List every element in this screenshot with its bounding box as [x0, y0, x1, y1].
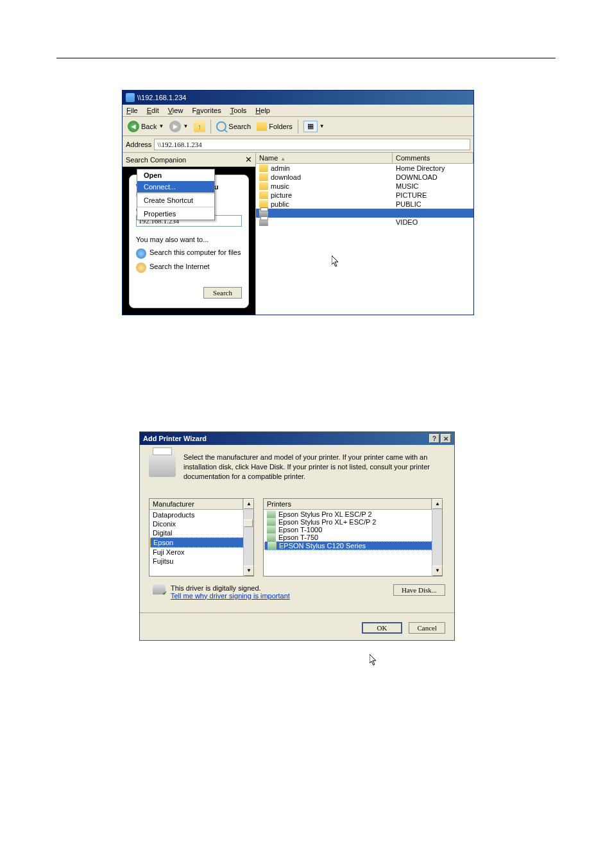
context-separator	[137, 193, 214, 194]
list-item-selected[interactable]: EPSON Stylus C120 Series	[264, 541, 441, 550]
signed-text: This driver is digitally signed.	[171, 584, 290, 592]
list-item[interactable]: VIDEO	[256, 218, 473, 227]
printer-driver-icon	[267, 534, 276, 541]
views-button[interactable]: ▦▼	[302, 120, 327, 133]
menu-tools[interactable]: Tools	[230, 107, 247, 114]
context-open[interactable]: Open	[137, 169, 214, 181]
scroll-down-icon[interactable]: ▼	[432, 566, 443, 576]
search-internet-icon	[136, 263, 146, 273]
wizard-titlebar[interactable]: Add Printer Wizard ? ✕	[140, 432, 454, 445]
list-item-selected[interactable]	[256, 209, 473, 218]
have-disk-button[interactable]: Have Disk...	[393, 584, 445, 596]
window-title: \\192.168.1.234	[137, 94, 186, 101]
list-item[interactable]: picturePICTURE	[256, 191, 473, 200]
wizard-description: Select the manufacturer and model of you…	[183, 453, 445, 482]
toolbar: ◄Back ▼ ►▼ ↑ Search Folders ▦▼	[123, 117, 473, 136]
list-item[interactable]: Epson T-1000	[264, 526, 441, 534]
context-create-shortcut[interactable]: Create Shortcut	[137, 195, 214, 206]
up-button[interactable]: ↑	[192, 120, 207, 133]
scrollbar[interactable]: ▲▼	[432, 499, 442, 576]
signing-link[interactable]: Tell me why driver signing is important	[171, 592, 290, 600]
file-list: adminHome Directory downloadDOWNLOAD mus…	[256, 164, 473, 227]
menubar: File Edit View Favorites Tools Help	[123, 105, 473, 117]
wizard-body: Select the manufacturer and model of you…	[140, 445, 454, 612]
explorer-window: \\192.168.1.234 File Edit View Favorites…	[122, 90, 474, 315]
list-item-selected[interactable]: Epson	[150, 537, 253, 548]
forward-dropdown-icon[interactable]: ▼	[183, 123, 188, 129]
cancel-button[interactable]: Cancel	[409, 622, 445, 634]
list-item[interactable]: publicPUBLIC	[256, 200, 473, 209]
printers-listbox[interactable]: Printers Epson Stylus Pro XL ESC/P 2 Eps…	[263, 498, 443, 577]
search-button[interactable]: Search	[203, 287, 242, 299]
also-label: You may also want to...	[136, 236, 242, 243]
views-icon: ▦	[303, 121, 318, 132]
context-connect[interactable]: Connect...	[137, 181, 214, 193]
printers-header: Printers	[264, 499, 432, 510]
list-item[interactable]: Epson Stylus Pro XL+ ESC/P 2	[264, 518, 441, 526]
searchpane-header: Search Companion ✕	[123, 153, 255, 167]
folders-button[interactable]: Folders	[255, 121, 294, 132]
search-icon	[216, 121, 226, 132]
signed-icon	[153, 584, 166, 595]
back-button[interactable]: ◄Back ▼	[126, 120, 166, 133]
list-item[interactable]: Dataproducts	[150, 510, 253, 519]
scroll-down-icon[interactable]: ▼	[244, 566, 254, 576]
folder-icon	[259, 173, 268, 181]
address-input[interactable]	[154, 139, 470, 150]
context-separator	[137, 207, 214, 207]
list-item[interactable]: Fuji Xerox	[150, 548, 253, 557]
list-item[interactable]: downloadDOWNLOAD	[256, 173, 473, 182]
menu-favorites[interactable]: Favorites	[192, 107, 221, 114]
close-icon[interactable]: ✕	[245, 155, 252, 164]
back-dropdown-icon[interactable]: ▼	[158, 123, 164, 129]
list-item[interactable]: Epson T-750	[264, 534, 441, 541]
scroll-up-icon[interactable]: ▲	[244, 499, 254, 509]
printer-driver-icon	[267, 526, 276, 534]
titlebar[interactable]: \\192.168.1.234	[123, 91, 473, 105]
sort-ascending-icon: ▲	[280, 156, 285, 162]
signing-row: This driver is digitally signed. Tell me…	[149, 584, 445, 600]
help-button[interactable]: ?	[429, 434, 439, 443]
menu-edit[interactable]: Edit	[147, 107, 159, 114]
close-button[interactable]: ✕	[441, 434, 451, 443]
list-header: Name▲ Comments	[256, 153, 473, 164]
ok-button[interactable]: OK	[362, 622, 403, 634]
list-item[interactable]: Diconix	[150, 519, 253, 528]
menu-file[interactable]: File	[126, 107, 138, 114]
printer-driver-icon	[268, 542, 276, 550]
scroll-up-icon[interactable]: ▲	[432, 499, 443, 509]
menu-help[interactable]: Help	[255, 107, 270, 114]
cursor-icon	[370, 654, 377, 666]
list-item[interactable]: Epson Stylus Pro XL ESC/P 2	[264, 510, 441, 518]
manufacturer-listbox[interactable]: Manufacturer Dataproducts Diconix Digita…	[149, 498, 254, 577]
page-divider	[56, 58, 556, 58]
scrollbar[interactable]: ▲▼	[243, 499, 253, 576]
column-name[interactable]: Name▲	[256, 153, 393, 163]
list-item[interactable]: Fujitsu	[150, 557, 253, 566]
search-button[interactable]: Search	[214, 121, 253, 132]
workarea: Search Companion ✕ Which computer are yo…	[123, 153, 473, 315]
printer-driver-icon	[267, 518, 276, 526]
column-comments[interactable]: Comments	[393, 153, 473, 163]
forward-icon: ►	[169, 121, 181, 132]
wizard-lists: Manufacturer Dataproducts Diconix Digita…	[149, 498, 445, 577]
search-files-link[interactable]: Search this computer for files	[136, 248, 242, 259]
wizard-actions: OK Cancel	[140, 612, 454, 640]
computer-icon	[126, 93, 135, 102]
menu-view[interactable]: View	[168, 107, 183, 114]
printer-icon	[149, 453, 176, 477]
up-icon: ↑	[194, 121, 205, 132]
scroll-thumb[interactable]	[244, 519, 253, 527]
folder-icon	[259, 164, 268, 172]
forward-button[interactable]: ►▼	[167, 120, 190, 133]
list-item[interactable]: adminHome Directory	[256, 164, 473, 173]
search-internet-link[interactable]: Search the Internet	[136, 263, 242, 273]
context-properties[interactable]: Properties	[137, 208, 214, 220]
list-item[interactable]: Digital	[150, 528, 253, 537]
printer-icon	[259, 218, 268, 226]
folder-icon	[257, 122, 267, 131]
toolbar-separator	[298, 119, 298, 134]
list-item[interactable]: musicMUSIC	[256, 182, 473, 191]
context-menu: Open Connect... Create Shortcut Properti…	[137, 169, 215, 220]
folder-icon	[259, 182, 268, 190]
